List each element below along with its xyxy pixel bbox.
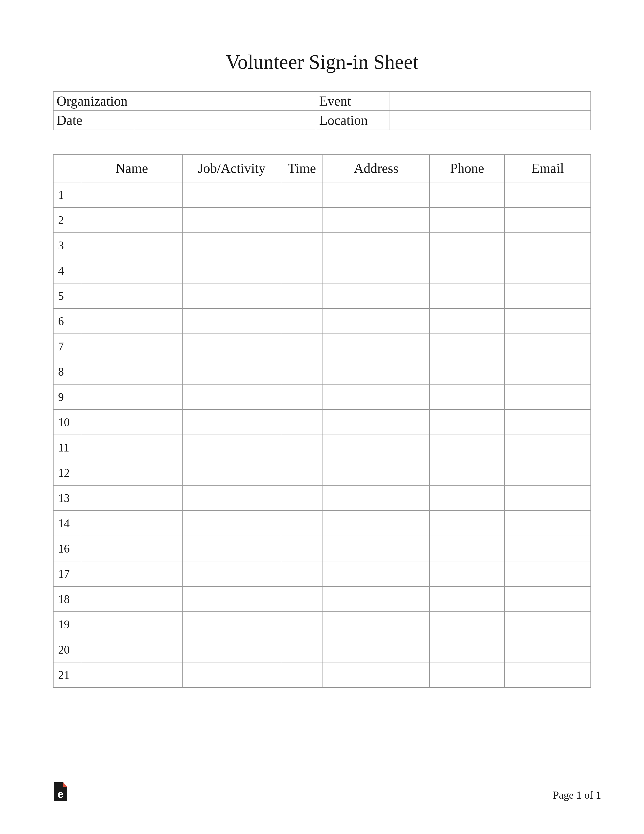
signin-cell[interactable]	[182, 460, 281, 485]
signin-cell[interactable]	[429, 384, 505, 409]
signin-cell[interactable]	[81, 309, 182, 334]
signin-cell[interactable]	[429, 536, 505, 561]
signin-cell[interactable]	[81, 536, 182, 561]
signin-cell[interactable]	[182, 283, 281, 309]
signin-cell[interactable]	[281, 182, 323, 207]
signin-cell[interactable]	[81, 662, 182, 687]
signin-cell[interactable]	[323, 485, 429, 511]
signin-cell[interactable]	[81, 233, 182, 258]
signin-cell[interactable]	[281, 511, 323, 536]
signin-cell[interactable]	[182, 485, 281, 511]
signin-cell[interactable]	[505, 384, 591, 409]
signin-cell[interactable]	[281, 485, 323, 511]
signin-cell[interactable]	[505, 435, 591, 460]
signin-cell[interactable]	[429, 587, 505, 612]
signin-cell[interactable]	[323, 662, 429, 687]
signin-cell[interactable]	[281, 207, 323, 233]
signin-cell[interactable]	[323, 334, 429, 359]
signin-cell[interactable]	[281, 637, 323, 662]
signin-cell[interactable]	[182, 233, 281, 258]
signin-cell[interactable]	[281, 359, 323, 384]
signin-cell[interactable]	[81, 561, 182, 587]
signin-cell[interactable]	[429, 637, 505, 662]
signin-cell[interactable]	[429, 207, 505, 233]
location-input[interactable]	[389, 111, 591, 130]
signin-cell[interactable]	[281, 258, 323, 283]
signin-cell[interactable]	[81, 612, 182, 637]
signin-cell[interactable]	[505, 182, 591, 207]
signin-cell[interactable]	[505, 283, 591, 309]
signin-cell[interactable]	[429, 662, 505, 687]
signin-cell[interactable]	[429, 359, 505, 384]
signin-cell[interactable]	[505, 309, 591, 334]
signin-cell[interactable]	[81, 258, 182, 283]
signin-cell[interactable]	[505, 258, 591, 283]
signin-cell[interactable]	[323, 536, 429, 561]
signin-cell[interactable]	[323, 359, 429, 384]
event-input[interactable]	[389, 92, 591, 111]
signin-cell[interactable]	[81, 485, 182, 511]
signin-cell[interactable]	[505, 561, 591, 587]
signin-cell[interactable]	[505, 587, 591, 612]
signin-cell[interactable]	[323, 258, 429, 283]
signin-cell[interactable]	[182, 511, 281, 536]
signin-cell[interactable]	[182, 309, 281, 334]
signin-cell[interactable]	[323, 511, 429, 536]
signin-cell[interactable]	[505, 359, 591, 384]
signin-cell[interactable]	[81, 460, 182, 485]
signin-cell[interactable]	[505, 637, 591, 662]
signin-cell[interactable]	[281, 612, 323, 637]
signin-cell[interactable]	[182, 612, 281, 637]
signin-cell[interactable]	[281, 233, 323, 258]
date-input[interactable]	[134, 111, 316, 130]
signin-cell[interactable]	[182, 561, 281, 587]
signin-cell[interactable]	[281, 662, 323, 687]
signin-cell[interactable]	[429, 182, 505, 207]
signin-cell[interactable]	[505, 662, 591, 687]
signin-cell[interactable]	[281, 384, 323, 409]
signin-cell[interactable]	[81, 409, 182, 435]
signin-cell[interactable]	[323, 435, 429, 460]
signin-cell[interactable]	[323, 561, 429, 587]
signin-cell[interactable]	[182, 662, 281, 687]
signin-cell[interactable]	[429, 435, 505, 460]
signin-cell[interactable]	[182, 359, 281, 384]
signin-cell[interactable]	[81, 207, 182, 233]
signin-cell[interactable]	[81, 511, 182, 536]
signin-cell[interactable]	[429, 409, 505, 435]
signin-cell[interactable]	[505, 485, 591, 511]
signin-cell[interactable]	[429, 460, 505, 485]
signin-cell[interactable]	[323, 409, 429, 435]
signin-cell[interactable]	[281, 460, 323, 485]
signin-cell[interactable]	[182, 536, 281, 561]
signin-cell[interactable]	[323, 182, 429, 207]
signin-cell[interactable]	[429, 561, 505, 587]
signin-cell[interactable]	[182, 207, 281, 233]
signin-cell[interactable]	[429, 309, 505, 334]
signin-cell[interactable]	[429, 334, 505, 359]
signin-cell[interactable]	[323, 309, 429, 334]
signin-cell[interactable]	[323, 587, 429, 612]
signin-cell[interactable]	[182, 587, 281, 612]
signin-cell[interactable]	[505, 460, 591, 485]
signin-cell[interactable]	[182, 409, 281, 435]
signin-cell[interactable]	[81, 587, 182, 612]
signin-cell[interactable]	[81, 435, 182, 460]
signin-cell[interactable]	[429, 283, 505, 309]
signin-cell[interactable]	[281, 309, 323, 334]
signin-cell[interactable]	[323, 207, 429, 233]
signin-cell[interactable]	[281, 409, 323, 435]
signin-cell[interactable]	[182, 182, 281, 207]
signin-cell[interactable]	[505, 207, 591, 233]
signin-cell[interactable]	[182, 384, 281, 409]
signin-cell[interactable]	[281, 435, 323, 460]
signin-cell[interactable]	[429, 258, 505, 283]
signin-cell[interactable]	[505, 409, 591, 435]
signin-cell[interactable]	[182, 637, 281, 662]
signin-cell[interactable]	[323, 637, 429, 662]
signin-cell[interactable]	[429, 485, 505, 511]
organization-input[interactable]	[134, 92, 316, 111]
signin-cell[interactable]	[429, 233, 505, 258]
signin-cell[interactable]	[281, 536, 323, 561]
signin-cell[interactable]	[182, 435, 281, 460]
